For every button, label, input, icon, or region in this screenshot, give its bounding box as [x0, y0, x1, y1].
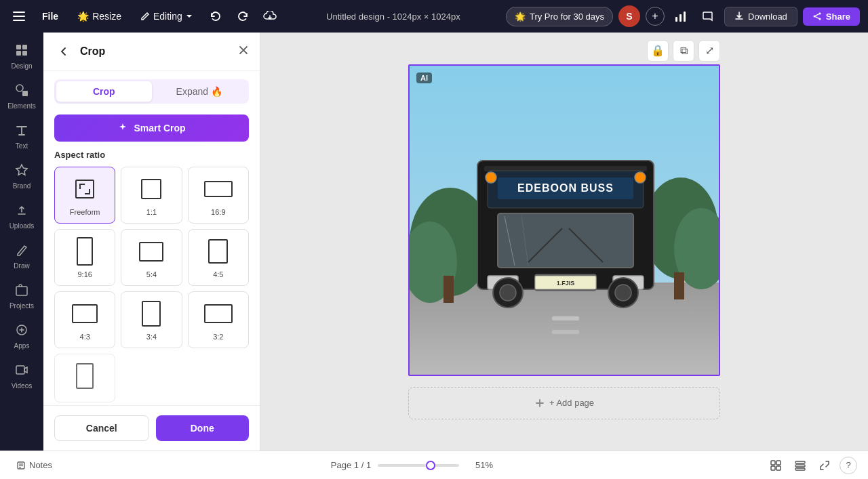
menu-icon[interactable] — [8, 5, 30, 27]
aspect-1-1[interactable]: 1:1 — [121, 167, 182, 224]
portrait-narrow-shape — [68, 236, 102, 266]
aspect-3-2[interactable]: 3:2 — [188, 291, 249, 348]
svg-rect-0 — [13, 12, 25, 13]
tab-expand[interactable]: Expand 🔥 — [152, 81, 248, 102]
cancel-button[interactable]: Cancel — [54, 415, 149, 441]
cloud-save-icon[interactable] — [259, 5, 281, 27]
main-area: Design Elements Text Brand Uploads — [0, 33, 868, 451]
label-16-9: 16:9 — [211, 208, 225, 216]
brand-icon — [15, 163, 28, 180]
download-button[interactable]: Download — [724, 7, 797, 26]
svg-text:EDEBOON BUSS: EDEBOON BUSS — [517, 182, 614, 194]
redo-button[interactable] — [232, 5, 254, 27]
crop-panel: Crop Crop Expand 🔥 Smart Crop Aspect rat… — [43, 33, 260, 451]
editing-button[interactable]: Editing — [134, 7, 199, 25]
analytics-button[interactable] — [670, 5, 692, 27]
nav-center: Untitled design - 1024px × 1024px — [286, 12, 500, 22]
resize-emoji: 🌟 — [77, 11, 89, 22]
pro-emoji: 🌟 — [515, 12, 526, 22]
sidebar-item-draw[interactable]: Draw — [3, 238, 41, 275]
aspect-freeform[interactable]: Freeform — [54, 167, 115, 224]
canvas-area: 🔒 ⧉ ⤢ AI — [260, 33, 868, 451]
aspect-4-3[interactable]: 4:3 — [54, 291, 115, 348]
sidebar-item-elements[interactable]: Elements — [3, 78, 41, 115]
sidebar-label-text: Text — [16, 142, 28, 150]
fullscreen-expand-button[interactable] — [815, 456, 834, 475]
sidebar-item-text[interactable]: Text — [3, 118, 41, 155]
done-button[interactable]: Done — [156, 415, 250, 441]
svg-line-10 — [815, 17, 818, 19]
svg-point-15 — [16, 85, 23, 91]
left-sidebar: Design Elements Text Brand Uploads — [0, 33, 43, 451]
comments-button[interactable] — [697, 5, 719, 27]
svg-point-52 — [500, 285, 516, 301]
resize-label: Resize — [92, 11, 121, 22]
add-team-button[interactable]: + — [646, 7, 665, 26]
draw-icon — [15, 243, 28, 260]
close-panel-button[interactable] — [238, 45, 249, 59]
svg-point-54 — [615, 285, 631, 301]
fullscreen-button[interactable]: ⤢ — [698, 40, 720, 62]
lock-button[interactable]: 🔒 — [647, 40, 669, 62]
share-button[interactable]: Share — [803, 7, 860, 26]
sidebar-item-videos[interactable]: Videos — [3, 358, 41, 395]
portrait-3-4-shape — [134, 299, 168, 329]
back-button[interactable] — [54, 42, 73, 61]
editing-label: Editing — [153, 11, 182, 22]
svg-rect-16 — [22, 91, 28, 96]
label-3-4: 3:4 — [146, 333, 157, 341]
svg-rect-19 — [16, 366, 24, 374]
aspect-3-4[interactable]: 3:4 — [121, 291, 182, 348]
sidebar-item-apps[interactable]: Apps — [3, 318, 41, 355]
svg-rect-2 — [13, 20, 25, 21]
page-info: Page 1 / 1 — [331, 460, 371, 470]
resize-button[interactable]: 🌟 Resize — [71, 7, 128, 25]
svg-rect-17 — [16, 287, 27, 295]
label-9-16: 9:16 — [77, 270, 92, 278]
sidebar-item-projects[interactable]: Projects — [3, 278, 41, 315]
file-menu[interactable]: File — [35, 7, 65, 25]
svg-rect-63 — [771, 466, 775, 470]
svg-text:1.FJIS: 1.FJIS — [557, 280, 575, 287]
zoom-slider[interactable] — [378, 464, 459, 467]
copy-button[interactable]: ⧉ — [673, 40, 694, 62]
svg-point-34 — [635, 172, 646, 183]
sidebar-item-uploads[interactable]: Uploads — [3, 198, 41, 235]
sidebar-label-videos: Videos — [12, 382, 32, 390]
portrait-4-5-shape — [201, 236, 235, 266]
design-icon — [15, 43, 28, 60]
expand-fire-emoji: 🔥 — [211, 86, 222, 97]
sidebar-label-elements: Elements — [7, 102, 36, 110]
add-page-label: + Add page — [549, 398, 594, 408]
pro-trial-button[interactable]: 🌟 Try Pro for 30 days — [506, 7, 613, 26]
svg-line-9 — [815, 14, 818, 16]
grid-view-button[interactable] — [766, 456, 785, 475]
aspect-16-9[interactable]: 16:9 — [188, 167, 249, 224]
top-navigation: File 🌟 Resize Editing Untitled design - … — [0, 0, 868, 33]
svg-rect-61 — [771, 461, 775, 465]
notes-button[interactable]: Notes — [11, 457, 58, 473]
square-shape — [134, 174, 168, 204]
apps-icon — [15, 323, 28, 340]
smart-crop-button[interactable]: Smart Crop — [54, 114, 249, 142]
list-view-button[interactable] — [791, 456, 810, 475]
sidebar-label-brand: Brand — [13, 182, 31, 190]
undo-button[interactable] — [205, 5, 226, 27]
user-avatar[interactable]: S — [618, 5, 640, 27]
sidebar-label-draw: Draw — [14, 262, 29, 270]
uploads-icon — [15, 203, 28, 220]
add-page-bar[interactable]: + Add page — [408, 387, 720, 419]
help-button[interactable]: ? — [840, 457, 857, 474]
svg-rect-5 — [684, 12, 686, 22]
canvas-image[interactable]: AI — [408, 64, 720, 376]
aspect-9-16[interactable]: 9:16 — [54, 229, 115, 286]
sidebar-item-design[interactable]: Design — [3, 38, 41, 75]
svg-rect-12 — [22, 45, 27, 49]
bottom-center: Page 1 / 1 51% — [331, 460, 493, 470]
canvas-wrapper: 🔒 ⧉ ⤢ AI — [408, 64, 720, 419]
aspect-4-5[interactable]: 4:5 — [188, 229, 249, 286]
sidebar-item-brand[interactable]: Brand — [3, 158, 41, 195]
aspect-2-3[interactable] — [54, 354, 115, 402]
tab-crop[interactable]: Crop — [56, 81, 152, 102]
aspect-5-4[interactable]: 5:4 — [121, 229, 182, 286]
